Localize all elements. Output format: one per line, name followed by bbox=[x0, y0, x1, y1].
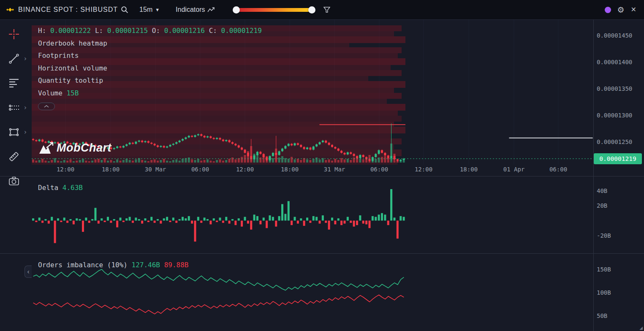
ohlc-o-label: O: bbox=[152, 27, 160, 35]
chevron-up-icon bbox=[44, 105, 49, 108]
ohlc-line: H: 0.00001222 L: 0.00001215 O: 0.0000121… bbox=[38, 24, 262, 37]
overlay-horizontal-volume[interactable]: Horizontal volume bbox=[38, 62, 262, 75]
main-chart-panel: H: 0.00001222 L: 0.00001215 O: 0.0000121… bbox=[32, 20, 593, 165]
binance-logo-icon bbox=[6, 5, 14, 14]
camera-icon bbox=[8, 176, 19, 187]
overlay-quantity-tooltip[interactable]: Quantity tooltip bbox=[38, 74, 262, 87]
ohlc-h-value: 0.00001222 bbox=[50, 27, 91, 35]
imbalance-red-value: 89.88B bbox=[164, 261, 189, 269]
tool-horizontal-volume[interactable] bbox=[0, 76, 32, 90]
timeframe-selector[interactable]: 15m ▼ bbox=[139, 6, 160, 14]
tool-trendline[interactable]: › bbox=[0, 52, 32, 65]
ohlc-o-value: 0.00001216 bbox=[164, 27, 205, 35]
search-icon[interactable] bbox=[121, 6, 128, 14]
chevron-down-icon: ▼ bbox=[155, 7, 160, 12]
chevron-left-icon: ‹ bbox=[27, 268, 30, 276]
orders-imbalance-panel: Orders imbalance (10%) 127.46B 89.88B bbox=[32, 254, 593, 331]
close-icon[interactable]: ✕ bbox=[631, 6, 636, 13]
indicators-button[interactable]: Indicators bbox=[176, 6, 215, 14]
horizontal-volume-icon bbox=[8, 78, 19, 89]
delta-panel: Delta 4.63B bbox=[32, 176, 593, 253]
time-axis-label: 18:00 bbox=[97, 166, 124, 173]
price-axis-label: 0.00001300 bbox=[597, 112, 632, 119]
tool-rectangle[interactable]: › bbox=[0, 125, 32, 139]
price-axis-label: 0.00001350 bbox=[597, 85, 632, 92]
imbalance-axis-label: 100B bbox=[597, 289, 611, 296]
toolbar: BINANCE SPOT : SHIBUSDT 15m ▼ Indicators bbox=[0, 0, 644, 20]
indicators-label: Indicators bbox=[176, 6, 205, 14]
indicators-chart-icon bbox=[207, 7, 215, 13]
toolbar-right-cluster: ⚙ ✕ bbox=[605, 6, 638, 14]
chevron-right-icon[interactable]: › bbox=[24, 55, 27, 62]
tool-ruler[interactable] bbox=[0, 150, 32, 163]
time-axis-label: 30 Mar bbox=[142, 166, 169, 173]
delta-axis-label: 40B bbox=[597, 187, 607, 194]
time-axis-label: 12:00 bbox=[52, 166, 79, 173]
delta-panel-label: Delta 4.63B bbox=[38, 184, 83, 192]
ohlc-l-value: 0.00001215 bbox=[107, 27, 148, 35]
resize-grip[interactable]: ◢ bbox=[639, 326, 643, 330]
volume-label: Volume bbox=[38, 89, 62, 97]
panel-separator-2[interactable] bbox=[0, 253, 644, 254]
time-axis-label: 18:00 bbox=[455, 166, 482, 173]
heatmap-intensity-slider[interactable] bbox=[234, 8, 314, 12]
price-axis-label: 0.00001450 bbox=[597, 32, 632, 39]
volume-value: 15B bbox=[66, 89, 79, 97]
volume-indicator-line: Volume 15B bbox=[38, 87, 262, 100]
tool-ray-dotted[interactable]: › bbox=[0, 101, 32, 114]
purple-status-dot[interactable] bbox=[605, 7, 611, 13]
ohlc-l-label: L: bbox=[95, 27, 103, 35]
ohlc-h-label: H: bbox=[38, 27, 46, 35]
price-axis-label: 0.00001250 bbox=[597, 138, 632, 145]
imbalance-green-value: 127.46B bbox=[132, 261, 160, 269]
ohlc-c-label: C: bbox=[209, 27, 217, 35]
imbalance-axis-label: 50B bbox=[597, 312, 607, 319]
chart-info-overlay: H: 0.00001222 L: 0.00001215 O: 0.0000121… bbox=[38, 24, 262, 112]
drawing-tools-sidebar: › › › bbox=[0, 20, 32, 331]
delta-axis-label: -20B bbox=[597, 232, 611, 239]
slider-handle-min[interactable] bbox=[233, 6, 240, 14]
tool-crosshair[interactable] bbox=[0, 27, 32, 41]
time-axis-label: 12:00 bbox=[410, 166, 437, 173]
overlay-orderbook-heatmap[interactable]: Orderbook heatmap bbox=[38, 37, 262, 50]
price-axis-label: 0.00001400 bbox=[597, 59, 632, 65]
dotted-ray-icon bbox=[8, 102, 19, 113]
settings-gear-icon[interactable]: ⚙ bbox=[617, 6, 625, 14]
ruler-icon bbox=[8, 151, 19, 162]
chevron-right-icon[interactable]: › bbox=[24, 104, 27, 111]
last-price-badge: 0.00001219 bbox=[594, 153, 642, 164]
crosshair-icon bbox=[8, 29, 19, 40]
imbalance-axis-label: 150B bbox=[597, 266, 611, 273]
overlay-footprints[interactable]: Footprints bbox=[38, 49, 262, 62]
collapse-panel-button[interactable]: ‹ bbox=[24, 266, 32, 278]
time-axis-label: 12:00 bbox=[231, 166, 258, 173]
delta-label: Delta bbox=[38, 184, 58, 192]
slider-handle-max[interactable] bbox=[308, 6, 315, 14]
time-axis-label: 06:00 bbox=[366, 166, 393, 173]
delta-chart-canvas[interactable] bbox=[32, 176, 593, 253]
delta-value: 4.63B bbox=[62, 184, 83, 192]
filter-icon[interactable] bbox=[323, 7, 330, 13]
panel-separator-1[interactable] bbox=[0, 176, 644, 176]
timeframe-label: 15m bbox=[139, 6, 152, 14]
symbol-title[interactable]: BINANCE SPOT : SHIBUSDT bbox=[18, 6, 118, 14]
imbalance-panel-label: Orders imbalance (10%) 127.46B 89.88B bbox=[38, 261, 188, 269]
time-axis-label: 31 Mar bbox=[321, 166, 348, 173]
time-axis-label: 18:00 bbox=[276, 166, 303, 173]
imbalance-label: Orders imbalance (10%) bbox=[38, 261, 128, 269]
mobchart-app: BINANCE SPOT : SHIBUSDT 15m ▼ Indicators bbox=[0, 0, 644, 331]
time-axis-label: 01 Apr bbox=[500, 166, 527, 173]
ohlc-c-value: 0.00001219 bbox=[221, 27, 262, 35]
collapse-indicators-button[interactable] bbox=[38, 103, 55, 110]
time-axis-label: 06:00 bbox=[545, 166, 572, 173]
trendline-icon bbox=[8, 53, 19, 64]
price-axis-separator bbox=[593, 20, 594, 331]
time-axis-label: 06:00 bbox=[187, 166, 214, 173]
delta-axis-label: 20B bbox=[597, 202, 607, 209]
rectangle-icon bbox=[8, 127, 19, 138]
chevron-right-icon[interactable]: › bbox=[24, 128, 27, 136]
